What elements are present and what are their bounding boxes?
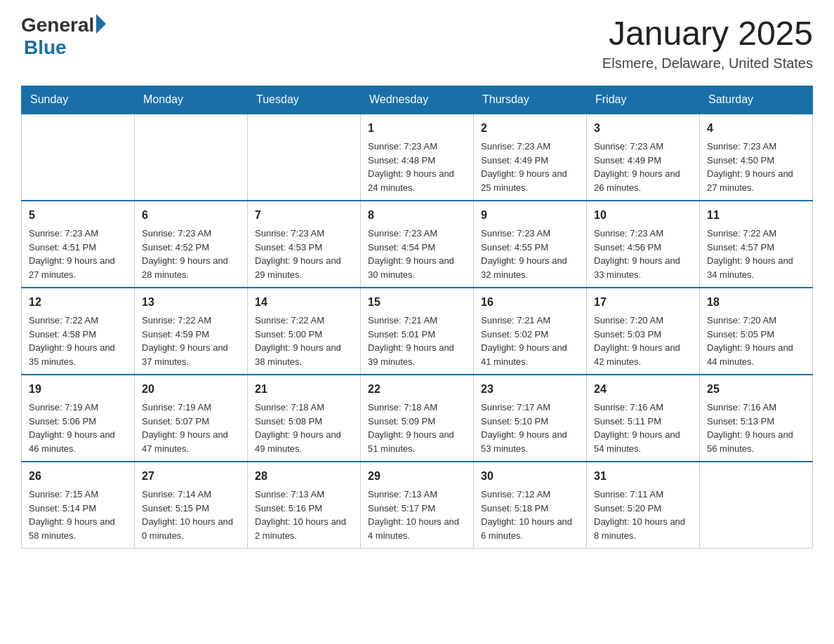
day-number: 11 [707,207,805,224]
calendar-cell [22,114,135,201]
calendar-cell [248,114,361,201]
sunrise-text: Sunrise: 7:18 AM [368,402,437,412]
day-number: 17 [594,294,692,311]
logo-blue-text: Blue [24,36,67,59]
month-title: January 2025 [602,14,813,53]
sunrise-text: Sunrise: 7:13 AM [368,489,437,499]
calendar-cell: 13Sunrise: 7:22 AMSunset: 4:59 PMDayligh… [135,288,248,375]
day-number: 16 [481,294,579,311]
daylight-text: Daylight: 9 hours and 51 minutes. [368,429,454,454]
day-number: 14 [255,294,353,311]
sunset-text: Sunset: 5:02 PM [481,329,548,340]
calendar-header-row: SundayMondayTuesdayWednesdayThursdayFrid… [22,86,813,114]
calendar-cell: 23Sunrise: 7:17 AMSunset: 5:10 PMDayligh… [474,375,587,462]
daylight-text: Daylight: 9 hours and 46 minutes. [29,429,115,454]
sunrise-text: Sunrise: 7:23 AM [368,141,437,152]
sunset-text: Sunset: 5:11 PM [594,416,661,427]
sunrise-text: Sunrise: 7:16 AM [707,402,776,412]
daylight-text: Daylight: 9 hours and 39 minutes. [368,342,454,367]
day-number: 15 [368,294,466,311]
sunrise-text: Sunrise: 7:17 AM [481,402,550,412]
calendar-cell: 16Sunrise: 7:21 AMSunset: 5:02 PMDayligh… [474,288,587,375]
daylight-text: Daylight: 9 hours and 38 minutes. [255,342,341,367]
weekday-header: Sunday [22,86,135,114]
daylight-text: Daylight: 9 hours and 26 minutes. [594,168,680,193]
day-number: 6 [142,207,240,224]
sunset-text: Sunset: 5:17 PM [368,503,435,514]
daylight-text: Daylight: 10 hours and 6 minutes. [481,516,572,541]
calendar-cell: 26Sunrise: 7:15 AMSunset: 5:14 PMDayligh… [22,462,135,549]
day-number: 13 [142,294,240,311]
weekday-header: Saturday [700,86,813,114]
calendar-cell: 15Sunrise: 7:21 AMSunset: 5:01 PMDayligh… [361,288,474,375]
sunrise-text: Sunrise: 7:19 AM [29,402,98,412]
sunset-text: Sunset: 4:59 PM [142,329,209,340]
sunset-text: Sunset: 4:54 PM [368,242,435,253]
day-number: 19 [29,381,127,398]
calendar-cell: 28Sunrise: 7:13 AMSunset: 5:16 PMDayligh… [248,462,361,549]
sunrise-text: Sunrise: 7:13 AM [255,489,324,499]
day-number: 21 [255,381,353,398]
sunset-text: Sunset: 4:52 PM [142,242,209,253]
logo-general-text: General [21,14,94,36]
page-header: General Blue January 2025 Elsmere, Delaw… [21,14,813,72]
calendar-cell: 20Sunrise: 7:19 AMSunset: 5:07 PMDayligh… [135,375,248,462]
sunrise-text: Sunrise: 7:22 AM [29,315,98,326]
sunrise-text: Sunrise: 7:23 AM [481,141,550,152]
calendar-week-row: 1Sunrise: 7:23 AMSunset: 4:48 PMDaylight… [22,114,813,201]
sunrise-text: Sunrise: 7:23 AM [368,228,437,239]
sunrise-text: Sunrise: 7:20 AM [594,315,663,326]
sunrise-text: Sunrise: 7:12 AM [481,489,550,499]
calendar-cell: 17Sunrise: 7:20 AMSunset: 5:03 PMDayligh… [587,288,700,375]
daylight-text: Daylight: 9 hours and 30 minutes. [368,255,454,280]
sunset-text: Sunset: 5:15 PM [142,503,209,514]
daylight-text: Daylight: 9 hours and 28 minutes. [142,255,228,280]
calendar-cell: 18Sunrise: 7:20 AMSunset: 5:05 PMDayligh… [700,288,813,375]
calendar-table: SundayMondayTuesdayWednesdayThursdayFrid… [21,86,813,549]
daylight-text: Daylight: 9 hours and 27 minutes. [29,255,115,280]
daylight-text: Daylight: 9 hours and 25 minutes. [481,168,567,193]
day-number: 24 [594,381,692,398]
sunrise-text: Sunrise: 7:21 AM [368,315,437,326]
sunset-text: Sunset: 4:55 PM [481,242,548,253]
weekday-header: Thursday [474,86,587,114]
sunset-text: Sunset: 5:05 PM [707,329,774,340]
day-number: 1 [368,120,466,137]
day-number: 31 [594,468,692,485]
day-number: 7 [255,207,353,224]
day-number: 4 [707,120,805,137]
day-number: 25 [707,381,805,398]
calendar-week-row: 26Sunrise: 7:15 AMSunset: 5:14 PMDayligh… [22,462,813,549]
calendar-week-row: 12Sunrise: 7:22 AMSunset: 4:58 PMDayligh… [22,288,813,375]
sunrise-text: Sunrise: 7:15 AM [29,489,98,499]
day-number: 10 [594,207,692,224]
daylight-text: Daylight: 9 hours and 44 minutes. [707,342,793,367]
sunset-text: Sunset: 5:10 PM [481,416,548,427]
daylight-text: Daylight: 9 hours and 49 minutes. [255,429,341,454]
sunset-text: Sunset: 5:18 PM [481,503,548,514]
calendar-cell: 5Sunrise: 7:23 AMSunset: 4:51 PMDaylight… [22,201,135,288]
daylight-text: Daylight: 9 hours and 32 minutes. [481,255,567,280]
sunset-text: Sunset: 5:09 PM [368,416,435,427]
sunset-text: Sunset: 4:51 PM [29,242,96,253]
daylight-text: Daylight: 9 hours and 24 minutes. [368,168,454,193]
daylight-text: Daylight: 10 hours and 2 minutes. [255,516,346,541]
weekday-header: Wednesday [361,86,474,114]
weekday-header: Tuesday [248,86,361,114]
title-block: January 2025 Elsmere, Delaware, United S… [602,14,813,72]
sunrise-text: Sunrise: 7:20 AM [707,315,776,326]
calendar-cell: 27Sunrise: 7:14 AMSunset: 5:15 PMDayligh… [135,462,248,549]
sunset-text: Sunset: 5:07 PM [142,416,209,427]
calendar-cell: 24Sunrise: 7:16 AMSunset: 5:11 PMDayligh… [587,375,700,462]
sunrise-text: Sunrise: 7:23 AM [142,228,211,239]
calendar-cell: 22Sunrise: 7:18 AMSunset: 5:09 PMDayligh… [361,375,474,462]
sunrise-text: Sunrise: 7:16 AM [594,402,663,412]
calendar-cell: 6Sunrise: 7:23 AMSunset: 4:52 PMDaylight… [135,201,248,288]
daylight-text: Daylight: 9 hours and 47 minutes. [142,429,228,454]
sunrise-text: Sunrise: 7:19 AM [142,402,211,412]
sunset-text: Sunset: 4:49 PM [481,155,548,166]
sunrise-text: Sunrise: 7:22 AM [142,315,211,326]
sunset-text: Sunset: 4:58 PM [29,329,96,340]
day-number: 30 [481,468,579,485]
calendar-cell: 2Sunrise: 7:23 AMSunset: 4:49 PMDaylight… [474,114,587,201]
